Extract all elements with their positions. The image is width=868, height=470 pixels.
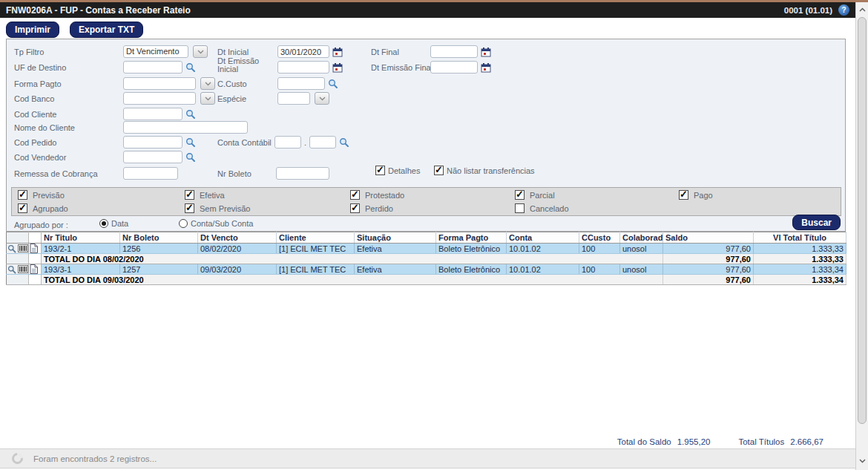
total-saldo: 977,60 [663,275,754,285]
efetiva-checkbox[interactable] [185,190,194,200]
page-title: FNW0206A - FUP - Contas a Receber Rateio [6,5,191,16]
conta-contabil-separator: . [304,138,306,147]
col-forma-pagto[interactable]: Forma Pagto [436,232,507,244]
tp-filtro-dropdown[interactable]: Dt Vencimento [123,45,208,58]
forma-pagto-chevron-down-icon[interactable] [200,77,215,90]
forma-pagto-value[interactable] [123,77,196,90]
cell-dt-vencto: 08/02/2020 [198,244,277,254]
cell-ccusto: 100 [579,264,620,275]
row-search-icon[interactable] [7,244,16,253]
remessa-field-group [123,167,178,180]
nr-boleto-input[interactable] [276,167,329,180]
remessa-input[interactable] [123,167,178,180]
exportar-txt-button[interactable]: Exportar TXT [70,22,143,38]
total-saldo-value: 1.955,20 [677,437,711,446]
col-cliente[interactable]: Cliente [277,232,355,244]
agrupado-conta-radio[interactable] [179,219,188,228]
cod-pedido-search-icon[interactable] [185,137,196,148]
parcial-checkbox[interactable] [515,190,525,200]
c-custo-input[interactable] [277,77,325,90]
row-barcode-icon[interactable] [18,244,28,252]
uf-destino-search-icon[interactable] [185,62,196,73]
agrupado-checkbox[interactable] [18,203,27,213]
protestado-checkbox[interactable] [350,190,360,200]
table-row[interactable]: 193/3-1 1257 09/03/2020 [1] ECIL MET TEC… [7,264,846,275]
col-saldo[interactable]: Saldo [663,232,754,244]
col-vl-total-titulo[interactable]: Vl Total Título [754,232,846,244]
col-nr-titulo[interactable]: Nr Titulo [42,232,120,244]
scroll-up-icon[interactable] [856,4,868,16]
nome-cliente-input[interactable] [123,121,248,134]
sem-previsao-checkbox[interactable] [185,203,194,213]
tp-filtro-label: Tp Filtro [14,48,44,56]
dt-emissao-inicial-input[interactable] [277,61,329,74]
dt-emissao-final-calendar-icon[interactable] [481,62,491,73]
cell-nr-titulo: 193/3-1 [42,264,120,275]
dt-emissao-final-field-group [430,61,491,74]
cod-cliente-field-group [123,108,196,120]
cod-vendedor-input[interactable] [123,151,183,163]
especie-chevron-down-icon[interactable] [315,92,329,105]
vertical-scrollbar[interactable] [855,2,868,470]
nao-listar-checkbox[interactable] [434,166,444,175]
footer-totals: Total do Saldo 1.955,20 Total Títulos 2.… [617,437,823,446]
col-ccusto[interactable]: CCusto [579,232,620,244]
buscar-button[interactable]: Buscar [792,215,841,230]
row-search-icon[interactable] [7,265,16,274]
dt-final-input[interactable] [430,45,478,58]
detalhes-checkbox-group: Detalhes [375,166,420,175]
cod-banco-chevron-down-icon[interactable] [200,92,215,105]
cod-banco-value[interactable] [123,92,196,105]
scrollbar-thumb[interactable] [858,17,867,424]
conta-contabil-input-2[interactable] [309,136,336,148]
especie-dropdown[interactable] [277,92,329,105]
imprimir-button[interactable]: Imprimir [6,22,59,38]
agrupado-data-radio[interactable] [99,219,108,228]
status-cancelado: Cancelado [515,203,569,213]
col-conta[interactable]: Conta [507,232,579,244]
help-icon[interactable]: ? [838,4,849,16]
pago-checkbox[interactable] [679,190,688,200]
scroll-down-icon[interactable] [856,455,868,467]
row-document-icon[interactable] [30,244,40,253]
col-nr-boleto[interactable]: Nr Boleto [120,232,198,244]
row-barcode-icon[interactable] [18,265,28,273]
status-protestado: Protestado [350,190,404,200]
previsao-checkbox[interactable] [18,190,27,200]
nao-listar-checkbox-group: Não listar transferências [434,166,535,175]
cell-ccusto: 100 [579,244,620,254]
especie-value[interactable] [277,92,310,105]
detalhes-checkbox[interactable] [375,166,385,175]
cell-nr-titulo: 193/2-1 [42,244,120,254]
dt-inicial-calendar-icon[interactable] [332,47,343,57]
conta-contabil-search-icon[interactable] [339,137,349,148]
cod-cliente-search-icon[interactable] [185,109,196,120]
c-custo-search-icon[interactable] [328,79,338,89]
cancelado-checkbox[interactable] [515,203,525,213]
forma-pagto-label: Forma Pagto [14,79,62,88]
cod-vendedor-search-icon[interactable] [185,152,196,163]
forma-pagto-dropdown[interactable] [123,77,215,90]
conta-contabil-input-1[interactable] [274,136,301,148]
dt-emissao-final-input[interactable] [430,61,478,74]
col-dt-vencto[interactable]: Dt Vencto [198,232,277,244]
cod-cliente-input[interactable] [123,108,183,120]
cod-pedido-input[interactable] [123,136,183,148]
perdido-checkbox[interactable] [350,203,360,213]
uf-destino-input[interactable] [123,61,183,74]
row-document-icon[interactable] [30,264,40,274]
cod-pedido-label: Cod Pedido [14,138,57,147]
results-table-container: Nr Titulo Nr Boleto Dt Vencto Cliente Si… [6,232,846,285]
table-row[interactable]: 193/2-1 1256 08/02/2020 [1] ECIL MET TEC… [7,244,846,254]
col-situacao[interactable]: Situação [355,232,436,244]
dt-final-calendar-icon[interactable] [481,47,491,57]
col-colaborador[interactable]: Colaborador [620,232,663,244]
total-saldo-label: Total do Saldo [617,437,671,446]
dt-inicial-input[interactable] [277,45,329,58]
tp-filtro-chevron-down-icon[interactable] [193,45,208,58]
dt-emissao-inicial-calendar-icon[interactable] [332,62,343,73]
table-total-row: TOTAL DO DIA 09/03/2020 977,60 1.333,34 [7,275,846,285]
cell-conta: 10.01.02 [507,264,579,275]
tp-filtro-value[interactable]: Dt Vencimento [123,45,188,58]
cod-banco-dropdown[interactable] [123,92,215,105]
